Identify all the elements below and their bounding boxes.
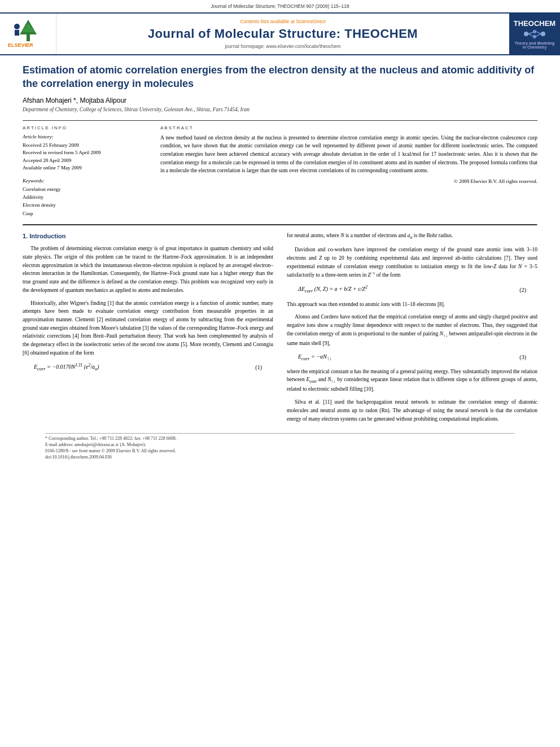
equation-2: ΔEcorr (N, Z) = a + b/Z + c/Z2 <box>298 284 368 295</box>
contents-text: Contents lists available at <box>240 19 296 24</box>
svg-point-10 <box>541 32 545 36</box>
journal-title: Journal of Molecular Structure: THEOCHEM <box>148 27 418 41</box>
right-para-2: Davidson and co-workers have improved th… <box>287 246 537 279</box>
svg-point-9 <box>533 35 536 38</box>
svg-text:ELSEVIER: ELSEVIER <box>8 42 33 48</box>
available-date: Available online 7 May 2009 <box>23 164 147 172</box>
journal-banner: ELSEVIER Contents lists available at Sci… <box>0 12 560 55</box>
journal-title-area: Contents lists available at ScienceDirec… <box>56 14 509 54</box>
keywords-block: Keywords: Correlation energy Additivity … <box>23 178 147 218</box>
article-title: Estimation of atomic correlation energie… <box>23 63 537 91</box>
theochem-title: THEOCHEM <box>514 19 555 28</box>
eq-number-1: (1) <box>255 363 262 372</box>
accepted-date: Accepted 28 April 2009 <box>23 157 147 165</box>
keyword-3: Electron density <box>23 201 147 209</box>
revised-date: Received in revised form 5 April 2009 <box>23 149 147 157</box>
equation-3-block: Ecorr = −αN↑↓ (3) <box>298 352 526 363</box>
equation-3: Ecorr = −αN↑↓ <box>298 352 331 363</box>
page: Journal of Molecular Structure; THEOCHEM… <box>0 0 560 747</box>
article-history-label: Article history: <box>23 134 147 139</box>
svg-point-8 <box>533 30 536 33</box>
article-footer: * Corresponding author. Tel.: +98 711 22… <box>45 433 515 460</box>
email-address: E-mail address: amohajeri@shirazu.ac.ir … <box>45 442 515 447</box>
section-number: 1. <box>23 233 28 239</box>
article-meta-section: ARTICLE INFO Article history: Received 2… <box>23 125 537 218</box>
svg-point-4 <box>14 24 20 29</box>
sciencedirect-link: Contents lists available at ScienceDirec… <box>240 19 325 24</box>
svg-line-13 <box>536 32 541 34</box>
article-info-block: Article history: Received 25 February 20… <box>23 134 147 172</box>
body-left-col: 1. Introduction The problem of determini… <box>23 231 273 427</box>
journal-ref-text: Journal of Molecular Structure; THEOCHEM… <box>211 3 349 9</box>
theochem-logo: THEOCHEM Theory and Modeling in Chemistr… <box>513 17 557 51</box>
keywords-label: Keywords: <box>23 178 147 184</box>
equation-1: Ecorr = −0.0170N1.31 (e2/ao) <box>34 362 99 373</box>
molecular-graphic-icon <box>518 28 552 40</box>
svg-rect-5 <box>15 30 19 36</box>
article-info-label: ARTICLE INFO <box>23 125 147 130</box>
svg-rect-1 <box>27 34 30 41</box>
divider-1 <box>23 120 537 121</box>
right-para-3: This approach was then extended to atomi… <box>287 300 537 309</box>
abstract-text: A new method based on electron density a… <box>160 134 537 176</box>
body-right-col: for neutral atoms, where N is a number o… <box>287 231 537 427</box>
affiliation: Department of Chemistry, College of Scie… <box>23 107 537 112</box>
elsevier-logo-area: ELSEVIER <box>0 14 56 54</box>
right-para-1: for neutral atoms, where N is a number o… <box>287 231 537 241</box>
section-title: Introduction <box>29 233 65 239</box>
intro-para-1: The problem of determining electron corr… <box>23 244 273 294</box>
svg-line-14 <box>536 34 541 36</box>
right-para-6: Silva et al. [11] used the backpropagati… <box>287 398 537 423</box>
elsevier-logo-icon: ELSEVIER <box>6 19 51 50</box>
sciencedirect-name: ScienceDirect <box>296 19 325 24</box>
body-divider <box>23 224 537 226</box>
intro-para-2: Historically, after Wigner's finding [1]… <box>23 299 273 357</box>
equation-1-block: Ecorr = −0.0170N1.31 (e2/ao) (1) <box>34 362 262 373</box>
intro-heading: 1. Introduction <box>23 231 273 241</box>
article-info-column: ARTICLE INFO Article history: Received 2… <box>23 125 147 218</box>
copyright: © 2009 Elsevier B.V. All rights reserved… <box>160 178 537 184</box>
authors: Afshan Mohajeri *, Mojtaba Alipour <box>23 97 537 104</box>
corresponding-author: * Corresponding author. Tel.: +98 711 22… <box>45 436 515 441</box>
journal-homepage: journal homepage: www.elsevier.com/locat… <box>225 43 340 49</box>
abstract-column: ABSTRACT A new method based on electron … <box>160 125 537 218</box>
keyword-1: Correlation energy <box>23 185 147 193</box>
svg-line-12 <box>528 34 533 36</box>
eq-number-2: (2) <box>519 286 526 295</box>
theochem-subtitle: Theory and Modeling in Chemistry <box>513 41 557 49</box>
abstract-label: ABSTRACT <box>160 125 537 130</box>
keyword-2: Additivity <box>23 193 147 201</box>
right-para-4: Alonso and Cordero have noticed that the… <box>287 313 537 347</box>
svg-line-11 <box>528 32 533 34</box>
received-date: Received 25 February 2009 <box>23 142 147 150</box>
body-section: 1. Introduction The problem of determini… <box>23 231 537 427</box>
license-text: 0166-1280/$ - see front matter © 2009 El… <box>45 448 515 453</box>
journal-reference: Journal of Molecular Structure; THEOCHEM… <box>0 0 560 10</box>
keyword-4: Cusp <box>23 209 147 217</box>
equation-2-block: ΔEcorr (N, Z) = a + b/Z + c/Z2 (2) <box>298 284 526 295</box>
right-para-5: where the empirical constant α has the m… <box>287 368 537 394</box>
article-content: Estimation of atomic correlation energie… <box>0 58 560 469</box>
mated-word: mated <box>112 317 125 322</box>
svg-point-7 <box>524 32 528 36</box>
doi-text: doi:10.1016/j.theochem.2009.04.036 <box>45 455 515 460</box>
eq-number-3: (3) <box>519 353 526 362</box>
theochem-logo-area: THEOCHEM Theory and Modeling in Chemistr… <box>509 14 560 54</box>
